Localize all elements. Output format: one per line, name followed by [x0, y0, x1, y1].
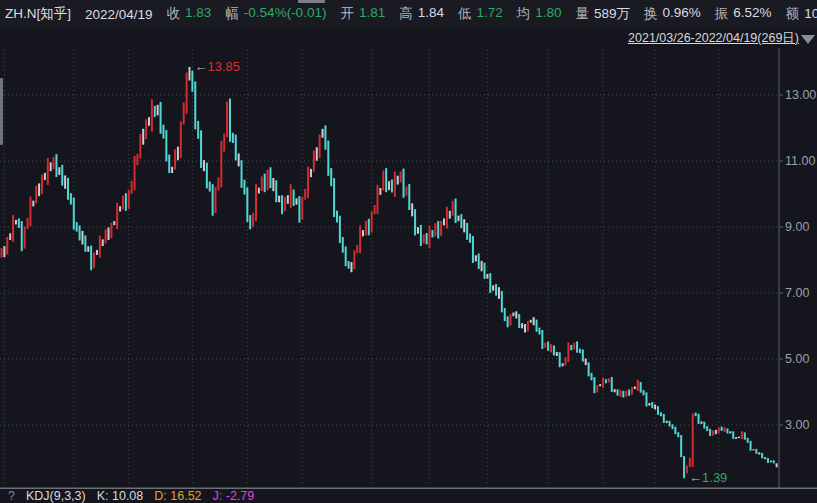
kdj-d-value: D: 16.52	[154, 489, 201, 503]
kdj-k-value: K: 10.08	[97, 489, 144, 503]
left-scrollbar-thumb[interactable]	[0, 78, 3, 145]
candles-series	[2, 67, 777, 478]
kdj-j-value: J: -2.79	[213, 489, 255, 503]
price-annotation: ←13.85	[194, 59, 240, 74]
price-axis: 13.0011.009.007.005.003.00	[0, 48, 817, 488]
indicator-bar: ? KDJ(9,3,3) K: 10.08 D: 16.52 J: -2.79	[0, 488, 817, 503]
help-icon[interactable]: ?	[8, 489, 15, 503]
axis-label: 5.00	[785, 352, 809, 366]
gridlines	[0, 50, 779, 486]
stock-app-screen: ZH.N[知乎] 2022/04/19 收 1.83 幅 -0.54%(-0.0…	[0, 0, 817, 503]
top-scrollbar-thumb[interactable]	[298, 0, 325, 3]
axis-label: 3.00	[785, 418, 809, 432]
candlestick-chart[interactable]: 13.0011.009.007.005.003.00←13.85←1.39	[0, 0, 817, 503]
axis-label: 9.00	[785, 220, 809, 234]
annotations: ←13.85←1.39	[194, 59, 727, 485]
axis-label: 11.00	[785, 154, 815, 168]
indicator-label[interactable]: KDJ(9,3,3)	[26, 489, 86, 503]
price-annotation: ←1.39	[689, 470, 727, 485]
axis-label: 13.00	[785, 88, 816, 102]
axis-label: 7.00	[785, 286, 809, 300]
